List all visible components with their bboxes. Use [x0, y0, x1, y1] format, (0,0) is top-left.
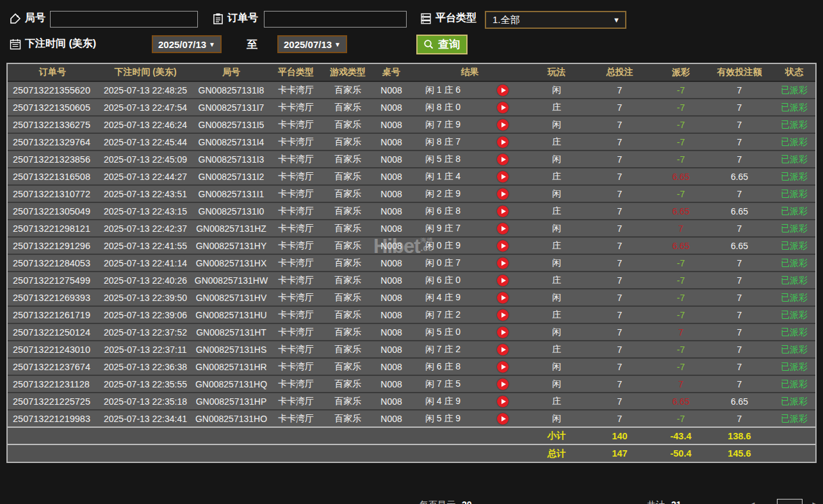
platform-cell: 卡卡湾厅 — [269, 116, 323, 133]
video-cell — [476, 393, 530, 410]
payout-cell: 6.65 — [656, 168, 706, 185]
play-video-icon[interactable] — [497, 378, 509, 390]
game-type-cell: 百家乐 — [323, 306, 373, 323]
result-cell: 闲 5 庄 9 — [410, 410, 476, 427]
valid-bet-cell: 6.65 — [706, 393, 773, 410]
round-number-input[interactable] — [50, 11, 198, 28]
play-video-icon[interactable] — [497, 223, 509, 234]
bet-time-cell: 2025-07-13 22:45:09 — [97, 150, 193, 168]
table-row: 250713221305049 2025-07-13 22:43:15 GN00… — [8, 202, 815, 220]
video-cell — [476, 375, 530, 393]
game-type-cell: 百家乐 — [323, 289, 373, 306]
round-id-cell: GN008257131I0 — [193, 202, 269, 220]
table-row: 250713221291296 2025-07-13 22:41:55 GN00… — [8, 237, 815, 254]
video-cell — [476, 306, 530, 323]
round-id-cell: GN008257131HU — [193, 306, 269, 323]
order-id-cell: 250713221231128 — [8, 375, 97, 393]
next-page-icon[interactable]: ► — [811, 500, 819, 504]
round-id-cell: GN008257131HQ — [193, 375, 269, 393]
play-video-icon[interactable] — [497, 240, 509, 252]
play-type-cell: 闲 — [530, 150, 583, 168]
subtotal-total-bet: 140 — [583, 427, 656, 444]
round-id-cell: GN008257131I2 — [193, 168, 269, 185]
play-video-icon[interactable] — [497, 292, 509, 304]
platform-cell: 卡卡湾厅 — [269, 341, 323, 358]
date-to-picker[interactable]: 2025/07/13 ▼ — [277, 35, 347, 53]
table-row: 250713221298121 2025-07-13 22:42:37 GN00… — [8, 220, 815, 237]
platform-cell: 卡卡湾厅 — [269, 81, 323, 99]
payout-cell: -7 — [656, 99, 706, 116]
order-id-cell: 250713221250124 — [8, 323, 97, 341]
payout-cell: -7 — [656, 254, 706, 272]
play-video-icon[interactable] — [497, 257, 509, 269]
play-video-icon[interactable] — [497, 361, 509, 373]
result-cell: 闲 7 庄 2 — [410, 341, 476, 358]
play-video-icon[interactable] — [497, 102, 509, 113]
order-number-input[interactable] — [264, 11, 407, 28]
table-number-cell: N008 — [373, 323, 410, 341]
play-video-icon[interactable] — [497, 344, 509, 355]
col-header-status: 状态 — [773, 64, 815, 81]
date-from-picker[interactable]: 2025/07/13 ▼ — [152, 35, 222, 53]
result-cell: 闲 8 庄 0 — [410, 99, 476, 116]
valid-bet-cell: 7 — [706, 99, 773, 116]
round-id-cell: GN008257131I1 — [193, 185, 269, 202]
game-type-cell: 百家乐 — [323, 375, 373, 393]
result-cell: 闲 2 庄 9 — [410, 185, 476, 202]
play-type-cell: 庄 — [530, 272, 583, 289]
game-type-cell: 百家乐 — [323, 272, 373, 289]
platform-cell: 卡卡湾厅 — [269, 254, 323, 272]
per-page-value[interactable]: 20 — [462, 500, 472, 504]
total-bet-cell: 7 — [583, 393, 656, 410]
total-bet-cell: 7 — [583, 220, 656, 237]
play-type-cell: 闲 — [530, 81, 583, 99]
game-type-cell: 百家乐 — [323, 150, 373, 168]
payout-cell: -7 — [656, 272, 706, 289]
play-video-icon[interactable] — [497, 396, 509, 407]
play-type-cell: 闲 — [530, 185, 583, 202]
previous-page-icon[interactable]: ◄ — [748, 500, 756, 504]
bet-time-cell: 2025-07-13 22:45:44 — [97, 133, 193, 150]
play-video-icon[interactable] — [497, 154, 509, 165]
order-id-cell: 250713221219983 — [8, 410, 97, 427]
platform-type-select[interactable]: 1.全部 ▼ — [485, 11, 626, 29]
play-type-cell: 闲 — [530, 116, 583, 133]
order-id-cell: 250713221323856 — [8, 150, 97, 168]
table-row: 250713221225725 2025-07-13 22:35:18 GN00… — [8, 393, 815, 410]
table-row: 250713221323856 2025-07-13 22:45:09 GN00… — [8, 150, 815, 168]
col-header-play: 玩法 — [530, 64, 583, 81]
order-id-cell: 250713221261719 — [8, 306, 97, 323]
play-video-icon[interactable] — [497, 188, 509, 200]
play-video-icon[interactable] — [497, 206, 509, 217]
bet-time-cell: 2025-07-13 22:41:14 — [97, 254, 193, 272]
per-page-label: 每页显示 20 — [420, 500, 471, 504]
round-id-cell: GN008257131HR — [193, 358, 269, 375]
play-video-icon[interactable] — [497, 85, 509, 96]
play-video-icon[interactable] — [497, 136, 509, 148]
round-id-cell: GN008257131HV — [193, 289, 269, 306]
play-video-icon[interactable] — [497, 119, 509, 131]
current-page-input[interactable]: 1 — [777, 499, 803, 504]
play-video-icon[interactable] — [497, 413, 509, 425]
status-badge: 已派彩 — [773, 358, 815, 375]
game-type-cell: 百家乐 — [323, 116, 373, 133]
valid-bet-cell: 7 — [706, 306, 773, 323]
query-button[interactable]: 查询 — [416, 35, 468, 54]
play-video-icon[interactable] — [497, 275, 509, 286]
total-count-label: 共计 21 — [647, 500, 681, 504]
game-type-cell: 百家乐 — [323, 185, 373, 202]
valid-bet-cell: 7 — [706, 341, 773, 358]
valid-bet-cell: 7 — [706, 358, 773, 375]
payout-cell: -7 — [656, 341, 706, 358]
play-type-cell: 闲 — [530, 289, 583, 306]
table-body: 250713221355620 2025-07-13 22:48:25 GN00… — [8, 81, 815, 427]
order-id-cell: 250713221355620 — [8, 81, 97, 99]
play-video-icon[interactable] — [497, 309, 509, 321]
round-id-cell: GN008257131I4 — [193, 133, 269, 150]
play-video-icon[interactable] — [497, 171, 509, 183]
payout-cell: -7 — [656, 289, 706, 306]
total-bet-cell: 7 — [583, 168, 656, 185]
status-badge: 已派彩 — [773, 202, 815, 220]
play-video-icon[interactable] — [497, 327, 509, 338]
table-number-cell: N008 — [373, 150, 410, 168]
